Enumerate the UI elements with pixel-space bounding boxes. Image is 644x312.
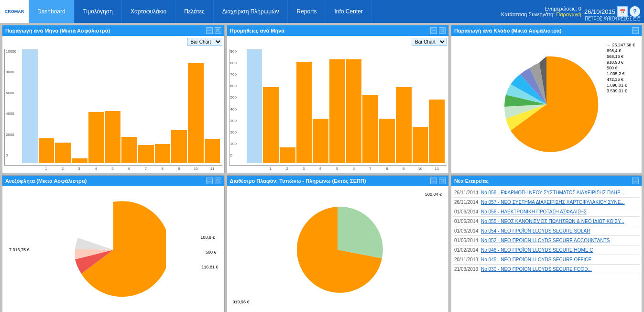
- maximize-icon-bar1[interactable]: □: [215, 27, 221, 34]
- bar2-5: [329, 59, 345, 163]
- y-labels-2: 0 100 200 300 400 500 600 700 800 900: [229, 49, 237, 157]
- bar-chart-1: 0 2000 4000 6000 8000 10000: [4, 38, 222, 171]
- maximize-icon-pie2[interactable]: □: [215, 178, 221, 184]
- reference-bar-2: [247, 49, 262, 163]
- nav-tab-hartofylakio[interactable]: Χαρτοφυλάκιο: [122, 0, 175, 23]
- nav-tab-diaxeirisi[interactable]: Διαχείριση Πληρωμών: [214, 0, 288, 23]
- bar2-4: [313, 119, 328, 163]
- list-item: 01/06/2014 Νο 054 - ΝΕΟ ΠΡΟΪΟΝ LLOYDS SE…: [453, 226, 640, 236]
- slice3-green: [338, 207, 383, 258]
- nav-tab-pelates[interactable]: Πελάτες: [175, 0, 214, 23]
- panel-unpaid: Ανεξόφλητα (Μικτά Ασφάλιστρα) — □: [2, 175, 225, 312]
- panel-icons-pie3: — □: [430, 178, 446, 184]
- panel-news: Νέα Εταιρείας — 26/11/2014 Νο 058 - ΕΦΑΡ…: [451, 175, 642, 312]
- bar2-11: [429, 100, 445, 163]
- slice2-lightgray: [75, 238, 113, 250]
- status-label: Κατάσταση Συνεργάτη:: [501, 11, 555, 17]
- panel-content-pie3: 580,04 € 919,96 €: [227, 186, 449, 312]
- panel-content-pie1: ← 25.247,58 € 698,4 € 568,16 € 910,98 € …: [451, 36, 642, 173]
- user-name-fixed: ΠΕΤΡΟΣ ΛΥΚΟΥΡΕΖΟΣ Ε.Ε: [585, 17, 640, 22]
- list-item: 26/11/2014 Νο 058 - ΕΦΑΡΜΟΓΗ ΝΕΟΥ ΣΥΣΤΗΜ…: [453, 188, 640, 198]
- bar-7: [138, 145, 154, 163]
- panel-header-bar2: Προμήθειες ανά Μήνα — □: [227, 25, 449, 36]
- y-labels-1: 0 2000 4000 6000 8000 10000: [5, 49, 16, 157]
- logo: CROMAR: [0, 0, 29, 23]
- panel-commissions-monthly: Προμήθειες ανά Μήνα — □ Bar Chart Line C…: [227, 25, 449, 173]
- pie2-label-4: 116,81 €: [201, 265, 218, 269]
- panel-header-news: Νέα Εταιρείας —: [451, 176, 642, 186]
- bar-6: [121, 137, 137, 163]
- maximize-icon-bar2[interactable]: □: [439, 27, 446, 34]
- list-item: 01/06/2014 Νο 056 - ΗΛΕΚΤΡΟΝΙΚΗ ΠΡΟΤΑΣΗ …: [453, 207, 640, 217]
- panel-content-bar2: Bar Chart Line Chart 0 100 200 300 400 5…: [227, 36, 449, 173]
- bar-1: [39, 138, 55, 163]
- date-display: 26/10/2015: [584, 8, 615, 15]
- list-item: 21/03/2013 Νο 030 - ΝΕΟ ΠΡΟΪΟΝ LLOYDS SE…: [453, 265, 640, 274]
- status-info: Κατάσταση Συνεργάτη: Παραγωγή: [501, 11, 581, 17]
- panel-header-pie1: Παραγωγή ανά Κλάδο (Μικτά Ασφάλιστρα) —: [451, 25, 642, 36]
- chart-type-select-bar2: Bar Chart Line Chart: [412, 38, 447, 46]
- panel-plafon: Διαθέσιμο Πλαφόν: Τυπώνω - Πληρώνω (Εκτό…: [227, 175, 449, 312]
- panel-title-bar1: Παραγωγή ανά Μήνα (Μικτά Ασφάλιστρα): [5, 28, 110, 33]
- pie2-label-2: 108,8 €: [200, 235, 215, 240]
- pie1-legend: ← 25.247,58 € 698,4 € 568,16 € 910,98 € …: [607, 43, 635, 94]
- bar-4: [88, 112, 104, 163]
- nav-tab-dashboard[interactable]: Dashboard: [29, 0, 75, 23]
- bar-3: [72, 158, 87, 163]
- bar-2: [55, 143, 71, 163]
- bar2-3: [296, 62, 312, 163]
- list-item: 01/06/2014 Νο 055 - ΝΕΟΣ ΚΑΝΟΝΙΣΜΟΣ ΠΩΛΗ…: [453, 217, 640, 226]
- bar2-9: [396, 87, 412, 163]
- bar2-10: [413, 127, 428, 163]
- chart-type-dropdown-bar2[interactable]: Bar Chart Line Chart: [412, 38, 447, 46]
- bar2-7: [362, 95, 378, 163]
- bar2-6: [346, 59, 362, 163]
- list-item: 26/11/2014 Νο 057 - ΝΕΟ ΣΥΣΤΗΜΑ ΔΙΑΧΕΙΡΙ…: [453, 198, 640, 207]
- panel-icons-bar1: — □: [206, 27, 221, 34]
- main-content: Παραγωγή ανά Μήνα (Μικτά Ασφάλιστρα) — □…: [0, 23, 644, 312]
- bar-9: [171, 130, 187, 163]
- panel-title-bar2: Προμήθειες ανά Μήνα: [230, 28, 285, 33]
- minimize-icon-pie3[interactable]: —: [430, 178, 437, 184]
- bar-area-1: 0 2000 4000 6000 8000 10000: [4, 49, 222, 166]
- minimize-icon-pie2[interactable]: —: [206, 178, 213, 184]
- topbar: CROMAR Dashboard Τιμολόγηση Χαρτοφυλάκιο…: [0, 0, 644, 23]
- chart-type-dropdown-bar1[interactable]: Bar Chart Line Chart: [187, 38, 222, 46]
- reference-bar: [22, 49, 38, 163]
- panel-icons-news: —: [632, 178, 639, 184]
- panel-icons-pie1: —: [632, 27, 639, 34]
- panel-header-pie2: Ανεξόφλητα (Μικτά Ασφάλιστρα) — □: [2, 176, 224, 186]
- panel-header-bar1: Παραγωγή ανά Μήνα (Μικτά Ασφάλιστρα) — □: [2, 25, 224, 36]
- panel-title-pie3: Διαθέσιμο Πλαφόν: Τυπώνω - Πληρώνω (Εκτό…: [230, 178, 366, 184]
- bar-area-2: 0 100 200 300 400 500 600 700 800 900: [229, 49, 447, 166]
- nav-tab-infocenter[interactable]: Info Center: [326, 0, 372, 23]
- bar-5: [105, 111, 121, 163]
- list-item: 01/02/2014 Νο 046 - ΝΕΟ ΠΡΟΪΟΝ LLOYDS SE…: [453, 245, 640, 255]
- minimize-icon-news[interactable]: —: [632, 178, 639, 184]
- panel-header-pie3: Διαθέσιμο Πλαφόν: Τυπώνω - Πληρώνω (Εκτό…: [227, 176, 449, 186]
- updates-count: 0: [579, 6, 581, 11]
- pie3-label-1: 580,04 €: [425, 192, 442, 197]
- bar-8: [155, 144, 171, 163]
- panel-content-news: 26/11/2014 Νο 058 - ΕΦΑΡΜΟΓΗ ΝΕΟΥ ΣΥΣΤΗΜ…: [451, 186, 642, 312]
- panel-title-pie1: Παραγωγή ανά Κλάδο (Μικτά Ασφάλιστρα): [454, 28, 561, 33]
- pie-chart-1: [494, 52, 599, 157]
- minimize-icon-bar2[interactable]: —: [430, 27, 437, 34]
- updates-info: Ενημερώσεις: 0: [545, 6, 581, 11]
- list-item: 20/11/2013 Νο 045 - ΝΕΟ ΠΡΟΪΟΝ LLOYDS SE…: [453, 255, 640, 265]
- pie-chart-2: [61, 197, 166, 302]
- status-block: Ενημερώσεις: 0 Κατάσταση Συνεργάτη: Παρα…: [501, 6, 581, 17]
- panel-title-pie2: Ανεξόφλητα (Μικτά Ασφάλιστρα): [5, 178, 87, 184]
- minimize-icon-bar1[interactable]: —: [206, 27, 213, 34]
- nav-tab-timologisi[interactable]: Τιμολόγηση: [75, 0, 122, 23]
- bar2-1: [263, 87, 279, 163]
- panel-icons-pie2: — □: [206, 178, 221, 184]
- nav-tab-reports[interactable]: Reports: [288, 0, 326, 23]
- bar-11: [205, 139, 220, 163]
- panel-production-monthly: Παραγωγή ανά Μήνα (Μικτά Ασφάλιστρα) — □…: [2, 25, 225, 173]
- maximize-icon-pie3[interactable]: □: [439, 178, 446, 184]
- bar2-8: [379, 119, 395, 163]
- list-item: 01/05/2014 Νο 052 - ΝΕΟ ΠΡΟΪΟΝ LLOYDS SE…: [453, 236, 640, 245]
- panel-icons-bar2: — □: [430, 27, 446, 34]
- minimize-icon-pie1[interactable]: —: [632, 27, 639, 34]
